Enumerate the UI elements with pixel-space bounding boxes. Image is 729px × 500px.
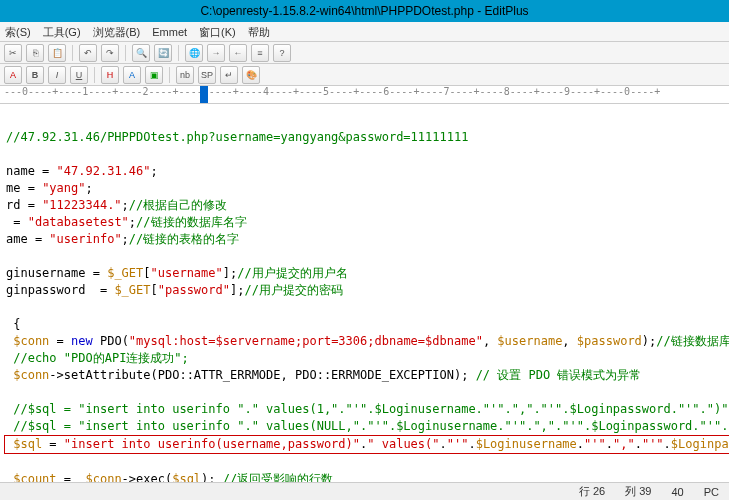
code-comment: //echo "PDO的API连接成功";	[6, 351, 189, 365]
code-comment: //根据自己的修改	[129, 198, 227, 212]
code-text: ;	[129, 215, 136, 229]
code-keyword: new	[71, 334, 93, 348]
code-text: {	[6, 317, 20, 331]
code-string: "11223344."	[42, 198, 121, 212]
code-comment: //47.92.31.46/PHPPDOtest.php?username=ya…	[6, 130, 468, 144]
highlighted-line: $sql = "insert into userinfo(username,pa…	[4, 435, 729, 454]
code-string: "yang"	[42, 181, 85, 195]
code-string: "'"	[447, 437, 469, 451]
tool-redo-icon[interactable]: ↷	[101, 44, 119, 62]
code-text: .	[577, 437, 584, 451]
toolbar-row-1: ✂ ⎘ 📋 ↶ ↷ 🔍 🔄 🌐 → ← ≡ ?	[0, 42, 729, 64]
code-text: ];	[230, 283, 244, 297]
statusbar: 行 26 列 39 40 PC	[0, 482, 729, 500]
tool-color-icon[interactable]: 🎨	[242, 66, 260, 84]
code-comment: //$sql = "insert into userinfo "." value…	[6, 419, 729, 433]
tool-image-icon[interactable]: ▣	[145, 66, 163, 84]
code-string: "password"	[158, 283, 230, 297]
code-comment: //用户提交的用户名	[237, 266, 347, 280]
tool-nbsp-icon[interactable]: nb	[176, 66, 194, 84]
toolbar-row-2: A B I U H A ▣ nb SP ↵ 🎨	[0, 64, 729, 86]
code-text: =	[49, 334, 71, 348]
tool-paste-icon[interactable]: 📋	[48, 44, 66, 62]
code-text: =	[6, 215, 28, 229]
code-text: .	[440, 437, 447, 451]
code-text: [	[143, 266, 150, 280]
code-string: " values("	[367, 437, 439, 451]
tool-bold-icon[interactable]: B	[26, 66, 44, 84]
code-text: PDO(	[93, 334, 129, 348]
code-text: rd =	[6, 198, 42, 212]
code-text: ;	[85, 181, 92, 195]
code-text: =	[42, 437, 64, 451]
code-var: $conn	[6, 334, 49, 348]
tool-anchor-icon[interactable]: A	[123, 66, 141, 84]
menu-window[interactable]: 窗口(K)	[196, 22, 239, 41]
tool-symbol-icon[interactable]: ↵	[220, 66, 238, 84]
code-var: $conn	[6, 368, 49, 382]
tool-replace-icon[interactable]: 🔄	[154, 44, 172, 62]
code-var: $password	[577, 334, 642, 348]
toolbar-separator	[169, 67, 170, 83]
code-string: "'"	[642, 437, 664, 451]
code-text: .	[635, 437, 642, 451]
code-string: "mysql:host=$servername;port=3306;dbname…	[129, 334, 483, 348]
code-var: $Loginpassword	[671, 437, 729, 451]
code-text: ginusername =	[6, 266, 107, 280]
tool-browser-icon[interactable]: 🌐	[185, 44, 203, 62]
code-comment: // 设置 PDO 错误模式为异常	[476, 368, 642, 382]
menu-emmet[interactable]: Emmet	[149, 22, 190, 41]
status-column: 列 39	[625, 484, 651, 499]
tool-underline-icon[interactable]: U	[70, 66, 88, 84]
tool-cut-icon[interactable]: ✂	[4, 44, 22, 62]
code-text: ,	[483, 334, 497, 348]
code-var: $_GET	[114, 283, 150, 297]
toolbar-separator	[125, 45, 126, 61]
code-string: "'"	[584, 437, 606, 451]
code-text: ;	[122, 198, 129, 212]
menu-search[interactable]: 索(S)	[2, 22, 34, 41]
toolbar-separator	[178, 45, 179, 61]
code-editor[interactable]: //47.92.31.46/PHPPDOtest.php?username=ya…	[0, 104, 729, 500]
code-text: ->setAttribute(PDO::ATTR_ERRMODE, PDO::E…	[49, 368, 475, 382]
tool-find-icon[interactable]: 🔍	[132, 44, 150, 62]
menu-help[interactable]: 帮助	[245, 22, 273, 41]
code-text: );	[642, 334, 656, 348]
code-text: [	[151, 283, 158, 297]
menu-tools[interactable]: 工具(G)	[40, 22, 84, 41]
toolbar-separator	[94, 67, 95, 83]
menu-browser[interactable]: 浏览器(B)	[90, 22, 144, 41]
code-text: name =	[6, 164, 57, 178]
code-comment: //链接的表格的名字	[129, 232, 239, 246]
code-string: "databasetest"	[28, 215, 129, 229]
status-len: 40	[671, 486, 683, 498]
code-var: $sql	[6, 437, 42, 451]
tool-copy-icon[interactable]: ⎘	[26, 44, 44, 62]
code-var: $username	[497, 334, 562, 348]
code-comment: //链接的数据库名字	[136, 215, 246, 229]
code-text: ,	[562, 334, 576, 348]
code-comment: //用户提交的密码	[244, 283, 342, 297]
tool-help-icon[interactable]: ?	[273, 44, 291, 62]
tool-heading-icon[interactable]: H	[101, 66, 119, 84]
ruler-caret	[200, 86, 208, 104]
tool-html-icon[interactable]: A	[4, 66, 22, 84]
window-titlebar: C:\openresty-1.15.8.2-win64\html\PHPPDOt…	[0, 0, 729, 22]
code-text: ;	[122, 232, 129, 246]
status-mode: PC	[704, 486, 719, 498]
code-text: .	[468, 437, 475, 451]
code-text: .	[606, 437, 613, 451]
code-text: ;	[151, 164, 158, 178]
tool-dec-indent-icon[interactable]: ←	[229, 44, 247, 62]
tool-inc-indent-icon[interactable]: →	[207, 44, 225, 62]
code-string: "insert into userinfo(username,password)…	[64, 437, 360, 451]
code-comment: //链接数据库	[656, 334, 729, 348]
tool-sp-icon[interactable]: SP	[198, 66, 216, 84]
tool-wordwrap-icon[interactable]: ≡	[251, 44, 269, 62]
code-string: "47.92.31.46"	[57, 164, 151, 178]
tool-italic-icon[interactable]: I	[48, 66, 66, 84]
status-line: 行 26	[579, 484, 605, 499]
ruler: ---0----+----1----+----2----+----3----+-…	[0, 86, 729, 104]
code-var: $_GET	[107, 266, 143, 280]
tool-undo-icon[interactable]: ↶	[79, 44, 97, 62]
